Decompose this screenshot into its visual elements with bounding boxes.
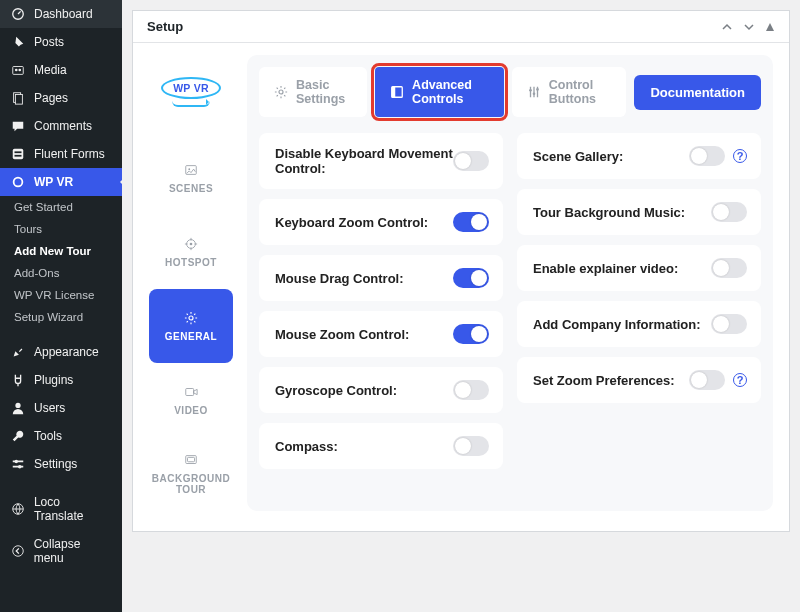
comments-icon bbox=[10, 119, 26, 133]
metabox-header: Setup bbox=[133, 11, 789, 43]
setting-label: Mouse Drag Control: bbox=[275, 271, 404, 286]
admin-submenu-label: Add New Tour bbox=[14, 245, 91, 257]
setting-row: Set Zoom Preferences:? bbox=[517, 357, 761, 403]
setting-label: Tour Background Music: bbox=[533, 205, 685, 220]
setting-toggle[interactable] bbox=[453, 268, 489, 288]
vtab-general[interactable]: GENERAL bbox=[149, 289, 233, 363]
admin-submenu-item[interactable]: Setup Wizard bbox=[0, 306, 122, 328]
admin-menu-label: Pages bbox=[34, 91, 68, 105]
admin-menu-label: Posts bbox=[34, 35, 64, 49]
vtab-label: BACKGROUND TOUR bbox=[148, 473, 234, 495]
svg-point-10 bbox=[15, 403, 20, 408]
vtab-background-tour[interactable]: BACKGROUND TOUR bbox=[149, 437, 233, 511]
svg-point-30 bbox=[536, 88, 539, 91]
admin-submenu-item[interactable]: Get Started bbox=[0, 196, 122, 218]
wpvr-logo-text: WP VR bbox=[161, 77, 221, 99]
settings-column-right: Scene Gallery:?Tour Background Music:Ena… bbox=[517, 133, 761, 469]
admin-menu-item[interactable]: Appearance bbox=[0, 338, 122, 366]
admin-menu-label: Tools bbox=[34, 429, 62, 443]
setting-label: Keyboard Zoom Control: bbox=[275, 215, 428, 230]
loco-icon bbox=[10, 502, 26, 516]
admin-menu-item[interactable]: Users bbox=[0, 394, 122, 422]
setting-label: Disable Keyboard Movement Control: bbox=[275, 146, 453, 176]
setting-toggle[interactable] bbox=[689, 146, 725, 166]
svg-rect-6 bbox=[13, 149, 24, 160]
tab-control-buttons[interactable]: Control Buttons bbox=[512, 67, 627, 117]
setting-row: Mouse Drag Control: bbox=[259, 255, 503, 301]
setting-toggle[interactable] bbox=[711, 258, 747, 278]
admin-menu-item[interactable]: Comments bbox=[0, 112, 122, 140]
tab-advanced-controls[interactable]: Advanced Controls bbox=[375, 67, 504, 117]
admin-menu-item[interactable]: Fluent Forms bbox=[0, 140, 122, 168]
setting-label: Gyroscope Control: bbox=[275, 383, 397, 398]
svg-point-18 bbox=[188, 168, 190, 170]
vtab-label: GENERAL bbox=[161, 331, 221, 342]
tab-label: Advanced Controls bbox=[412, 78, 489, 106]
admin-menu-item[interactable]: Media bbox=[0, 56, 122, 84]
metabox-move-up[interactable] bbox=[721, 21, 733, 33]
admin-sidebar: DashboardPostsMediaPagesCommentsFluent F… bbox=[0, 0, 122, 612]
admin-menu-item[interactable]: Plugins bbox=[0, 366, 122, 394]
tab-label: Basic Settings bbox=[296, 78, 352, 106]
settings-icon bbox=[10, 457, 26, 471]
admin-menu-item[interactable]: Dashboard bbox=[0, 0, 122, 28]
wpvr-icon bbox=[10, 175, 26, 189]
svg-rect-5 bbox=[15, 95, 22, 105]
admin-menu-item[interactable]: Tools bbox=[0, 422, 122, 450]
svg-rect-1 bbox=[13, 67, 24, 75]
svg-point-9 bbox=[14, 178, 23, 187]
admin-submenu-item[interactable]: WP VR License bbox=[0, 284, 122, 306]
admin-menu-item[interactable]: Posts bbox=[0, 28, 122, 56]
tab-basic-settings[interactable]: Basic Settings bbox=[259, 67, 367, 117]
admin-submenu-label: Get Started bbox=[14, 201, 73, 213]
vtab-scenes[interactable]: SCENES bbox=[149, 141, 233, 215]
admin-menu-item[interactable]: Settings bbox=[0, 450, 122, 478]
setting-label: Scene Gallery: bbox=[533, 149, 623, 164]
svg-point-20 bbox=[190, 242, 193, 245]
metabox-body: WP VR SCENESHOTSPOTGENERALVIDEOBACKGROUN… bbox=[133, 43, 789, 531]
info-icon[interactable]: ? bbox=[733, 149, 747, 163]
setting-toggle[interactable] bbox=[453, 436, 489, 456]
image-icon bbox=[184, 163, 198, 177]
admin-menu-item[interactable]: Loco Translate bbox=[0, 488, 122, 530]
svg-rect-7 bbox=[15, 151, 22, 153]
content-area: Setup WP VR bbox=[122, 0, 800, 612]
vtab-hotspot[interactable]: HOTSPOT bbox=[149, 215, 233, 289]
admin-menu-item[interactable]: Collapse menu bbox=[0, 530, 122, 572]
vtab-video[interactable]: VIDEO bbox=[149, 363, 233, 437]
gear-icon bbox=[184, 311, 198, 325]
admin-submenu-item[interactable]: Tours bbox=[0, 218, 122, 240]
admin-menu-label: Settings bbox=[34, 457, 77, 471]
panel-icon bbox=[390, 85, 404, 99]
metabox-title: Setup bbox=[147, 19, 183, 34]
admin-menu-label: Media bbox=[34, 63, 67, 77]
svg-point-21 bbox=[189, 315, 193, 319]
admin-menu-item[interactable]: WP VR bbox=[0, 168, 122, 196]
svg-point-2 bbox=[15, 69, 18, 72]
documentation-button[interactable]: Documentation bbox=[634, 75, 761, 110]
setting-row: Mouse Zoom Control: bbox=[259, 311, 503, 357]
admin-menu-item[interactable]: Pages bbox=[0, 84, 122, 112]
setting-label: Set Zoom Preferences: bbox=[533, 373, 675, 388]
setting-toggle[interactable] bbox=[453, 324, 489, 344]
setting-row: Scene Gallery:? bbox=[517, 133, 761, 179]
admin-submenu-item[interactable]: Add New Tour bbox=[0, 240, 122, 262]
setting-toggle[interactable] bbox=[453, 151, 489, 171]
dashboard-icon bbox=[10, 7, 26, 21]
metabox-move-down[interactable] bbox=[743, 21, 755, 33]
info-icon[interactable]: ? bbox=[733, 373, 747, 387]
setting-toggle[interactable] bbox=[689, 370, 725, 390]
setting-row: Compass: bbox=[259, 423, 503, 469]
metabox-toggle[interactable] bbox=[765, 21, 775, 33]
setting-toggle[interactable] bbox=[453, 212, 489, 232]
setting-toggle[interactable] bbox=[453, 380, 489, 400]
configuration-panel: WP VR SCENESHOTSPOTGENERALVIDEOBACKGROUN… bbox=[149, 55, 773, 511]
svg-point-14 bbox=[18, 465, 22, 469]
setting-toggle[interactable] bbox=[711, 314, 747, 334]
bgtour-icon bbox=[184, 453, 198, 467]
users-icon bbox=[10, 401, 26, 415]
setting-toggle[interactable] bbox=[711, 202, 747, 222]
admin-submenu-item[interactable]: Add-Ons bbox=[0, 262, 122, 284]
svg-rect-27 bbox=[392, 87, 396, 98]
admin-menu-label: Users bbox=[34, 401, 65, 415]
